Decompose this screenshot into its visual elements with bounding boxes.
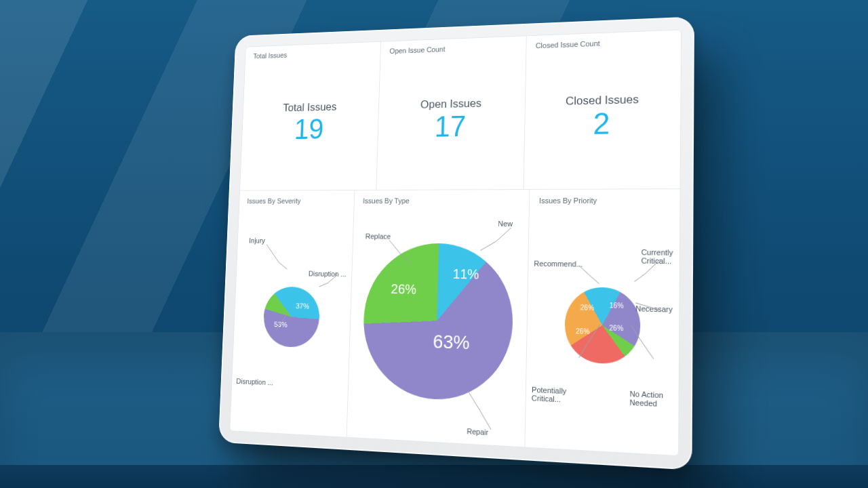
charts-row: Issues By Severity 37% 53% Injury Disrup…: [229, 189, 680, 457]
stat-body: Closed Issues 2: [533, 47, 671, 183]
callout-replace: Replace: [366, 232, 391, 241]
card-title: Issues By Severity: [247, 197, 345, 205]
callout-disruption-a: Disruption ...: [309, 269, 347, 278]
slice-pct-currently-critical: 16%: [610, 302, 624, 310]
chart-card-priority: Issues By Priority 16% 26% 26% 26% Recom…: [524, 189, 680, 457]
pie-area-type: 11% 63% 26% New Replace Repair: [355, 207, 519, 441]
stat-card-closed: Closed Issue Count Closed Issues 2: [523, 29, 682, 188]
callout-currently-critical: Currently Critical...: [641, 247, 673, 266]
slice-pct-disruption-a: 37%: [296, 302, 309, 310]
pie-area-priority: 16% 26% 26% 26% Recommend... Currently C…: [535, 207, 671, 449]
callout-repair: Repair: [467, 427, 488, 437]
slice-pct-necessary: 26%: [609, 324, 623, 332]
callout-recommend: Recommend...: [534, 259, 583, 268]
pie-type: 11% 63% 26%: [361, 243, 514, 403]
slice-pct-disruption-b: 53%: [274, 321, 288, 329]
stat-label: Total Issues: [283, 100, 337, 115]
dashboard: Total Issues Total Issues 19 Open Issue …: [229, 29, 682, 456]
callout-no-action: No Action Needed: [629, 389, 663, 409]
stat-card-open: Open Issue Count Open Issues 17: [376, 35, 526, 189]
tablet-screen: Total Issues Total Issues 19 Open Issue …: [229, 29, 682, 456]
stat-body: Total Issues 19: [248, 58, 372, 185]
callout-injury: Injury: [249, 237, 265, 245]
stat-card-total: Total Issues Total Issues 19: [239, 41, 380, 190]
stat-value: 2: [593, 108, 610, 139]
callout-new: New: [498, 219, 513, 228]
pie-priority: 16% 26% 26% 26%: [564, 287, 641, 365]
callout-potentially-critical: Potentially Critical...: [532, 385, 567, 404]
scene-backdrop: Total Issues Total Issues 19 Open Issue …: [0, 0, 868, 488]
pie-area-severity: 37% 53% Injury Disruption ... Disruption…: [238, 207, 345, 432]
pie-severity: 37% 53%: [262, 287, 320, 348]
table-edge: [0, 465, 868, 488]
slice-pct-recommend: 26%: [580, 304, 595, 312]
chart-card-severity: Issues By Severity 37% 53% Injury Disrup…: [229, 190, 354, 437]
stats-row: Total Issues Total Issues 19 Open Issue …: [239, 29, 682, 190]
slice-pct-replace: 26%: [391, 282, 416, 298]
tablet-device: Total Issues Total Issues 19 Open Issue …: [218, 16, 694, 470]
callout-necessary: Necessary: [635, 304, 673, 314]
stat-body: Open Issues 17: [386, 53, 517, 184]
tablet-wrap: Total Issues Total Issues 19 Open Issue …: [200, 20, 688, 454]
stat-value: 19: [294, 115, 324, 143]
slice-pct-repair: 63%: [433, 331, 470, 354]
slice-pct-new: 11%: [453, 266, 479, 283]
card-title: Issues By Priority: [539, 196, 671, 204]
stat-label: Open Issues: [420, 97, 481, 112]
stat-value: 17: [434, 112, 466, 142]
chart-card-type: Issues By Type 11% 63% 26% New Replace R…: [346, 189, 529, 447]
callout-disruption-b: Disruption ...: [236, 378, 273, 388]
card-title: Issues By Type: [363, 197, 520, 205]
stat-label: Closed Issues: [566, 93, 639, 108]
slice-pct-potentially-critical: 26%: [576, 327, 590, 336]
